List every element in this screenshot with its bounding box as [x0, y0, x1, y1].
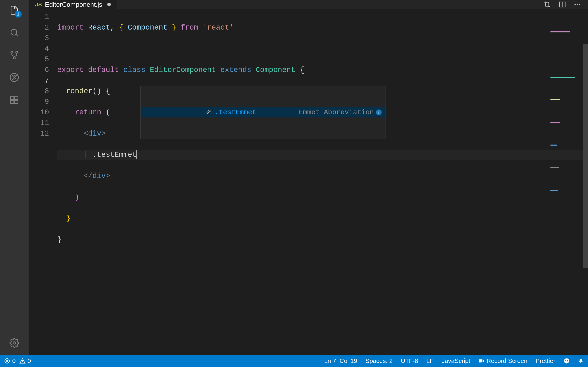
status-eol[interactable]: LF [426, 358, 433, 364]
svg-point-3 [13, 57, 15, 59]
suggest-label: .testEmmet [215, 107, 256, 118]
editor-actions [543, 0, 588, 9]
explorer-icon[interactable]: 1 [8, 4, 20, 16]
split-editor-icon[interactable] [558, 0, 567, 9]
suggest-detail: Emmet Abbreviation i [299, 107, 381, 118]
svg-point-10 [13, 342, 16, 344]
status-spaces[interactable]: Spaces: 2 [365, 358, 393, 364]
git-compare-icon[interactable] [543, 0, 552, 9]
status-language[interactable]: JavaScript [442, 358, 470, 364]
status-feedback-icon[interactable] [563, 358, 570, 364]
search-icon[interactable] [8, 26, 20, 39]
suggest-item[interactable]: .testEmmet Emmet Abbreviation i [141, 107, 385, 117]
svg-rect-7 [15, 96, 18, 100]
more-actions-icon[interactable] [573, 0, 582, 9]
svg-rect-9 [15, 100, 18, 104]
editor-group: JS EditorComponent.js 1 2 3 [29, 0, 588, 355]
status-record-screen[interactable]: Record Screen [478, 358, 527, 364]
activity-bar: 1 [0, 0, 29, 355]
minimap[interactable] [550, 10, 583, 22]
js-file-icon: JS [35, 1, 42, 8]
scroll-thumb[interactable] [583, 44, 588, 268]
svg-point-19 [567, 360, 568, 361]
svg-point-2 [16, 51, 18, 53]
tab-filename: EditorComponent.js [45, 1, 102, 8]
svg-rect-6 [11, 96, 14, 100]
info-icon[interactable]: i [376, 109, 381, 115]
status-bar: 0 0 Ln 7, Col 19 Spaces: 2 UTF-8 LF Java… [0, 355, 588, 367]
explorer-badge: 1 [15, 11, 22, 17]
tab-bar: JS EditorComponent.js [29, 0, 588, 9]
svg-point-14 [577, 4, 578, 5]
svg-rect-8 [11, 100, 14, 104]
source-control-icon[interactable] [8, 49, 20, 61]
code-area[interactable]: import React, { Component } from 'react'… [57, 9, 588, 367]
settings-gear-icon[interactable] [8, 337, 20, 349]
status-encoding[interactable]: UTF-8 [401, 358, 418, 364]
debug-icon[interactable] [8, 71, 20, 83]
extensions-icon[interactable] [8, 94, 20, 106]
status-prettier[interactable]: Prettier [536, 358, 555, 364]
svg-point-13 [575, 4, 576, 5]
svg-point-18 [565, 360, 566, 361]
svg-point-17 [564, 359, 569, 364]
status-warnings[interactable]: 0 [19, 358, 31, 364]
vertical-scrollbar[interactable] [583, 9, 588, 367]
status-errors[interactable]: 0 [4, 358, 16, 364]
status-bell-icon[interactable] [578, 358, 584, 364]
editor[interactable]: 1 2 3 4 5 6 7 8 9 10 11 12 import React,… [29, 9, 588, 367]
suggest-widget[interactable]: .testEmmet Emmet Abbreviation i [140, 86, 385, 139]
typed-emmet-abbr: .testEmmet [93, 151, 137, 159]
svg-point-0 [11, 29, 17, 35]
svg-point-1 [11, 51, 13, 53]
text-cursor [136, 150, 137, 159]
dirty-indicator-icon [107, 3, 111, 6]
svg-point-15 [579, 4, 580, 5]
status-ln-col[interactable]: Ln 7, Col 19 [324, 358, 357, 364]
line-number-gutter: 1 2 3 4 5 6 7 8 9 10 11 12 [29, 9, 57, 367]
wrench-icon [144, 96, 212, 128]
tab-editorcomponent[interactable]: JS EditorComponent.js [29, 0, 118, 9]
